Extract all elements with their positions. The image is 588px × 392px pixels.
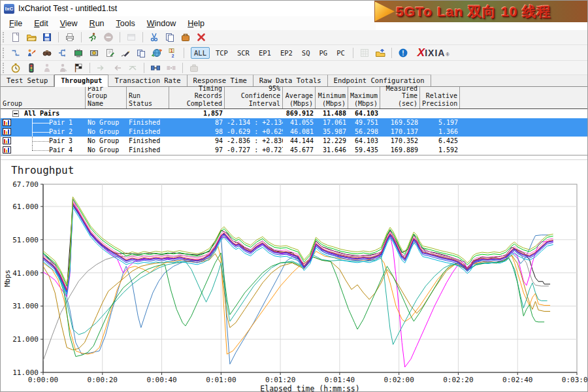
endpoint-pack-icon[interactable] bbox=[178, 31, 193, 44]
filter-sq-button[interactable]: SQ bbox=[299, 47, 314, 59]
svg-text:2: 2 bbox=[172, 53, 174, 57]
table-row-pair-1[interactable]: Pair 1No GroupFinished87-2.134 : +2.1344… bbox=[1, 118, 588, 127]
tree-elbow bbox=[32, 132, 50, 133]
column-header[interactable]: Minimum(Mbps) bbox=[316, 87, 348, 108]
filter-pc-button[interactable]: PC bbox=[333, 47, 348, 59]
app-icon: IxC bbox=[4, 4, 14, 14]
svg-text:0:02:00: 0:02:00 bbox=[384, 376, 414, 384]
console-money-icon[interactable] bbox=[87, 46, 101, 59]
print-icon[interactable] bbox=[63, 31, 77, 44]
tab-throughput[interactable]: Throughput bbox=[54, 74, 108, 87]
edit-script-icon[interactable] bbox=[103, 46, 117, 59]
toolbar-separator bbox=[182, 63, 183, 73]
edit-pair-icon[interactable] bbox=[24, 46, 39, 59]
copy-script-icon[interactable] bbox=[134, 46, 148, 59]
svg-text:0:02:40: 0:02:40 bbox=[502, 376, 532, 384]
column-header[interactable]: Run Status bbox=[127, 87, 169, 108]
column-header[interactable]: MeasuredTime (sec) bbox=[380, 87, 420, 108]
svg-text:0:00:20: 0:00:20 bbox=[88, 376, 118, 384]
checkered-flag-icon[interactable] bbox=[71, 61, 86, 74]
tab-test-setup[interactable]: Test Setup bbox=[1, 74, 54, 86]
sign-pair-icon[interactable] bbox=[118, 46, 133, 59]
table-row-pair-4[interactable]: Pair 4No GroupFinished97-0.727 : +0.7274… bbox=[1, 146, 588, 155]
renumber-pairs-icon[interactable]: 12 bbox=[165, 46, 180, 59]
menu-run[interactable]: Run bbox=[84, 18, 110, 29]
filter-all-button[interactable]: ALL bbox=[191, 47, 210, 59]
link-pairs-icon[interactable] bbox=[148, 61, 163, 74]
table-row-pair-3[interactable]: Pair 3No GroupFinished94-2.836 : +2.8364… bbox=[1, 137, 588, 146]
filter-tcp-button[interactable]: TCP bbox=[212, 47, 231, 59]
watermark-banner: 5GTo Lan 双向 10 线程 bbox=[374, 1, 587, 22]
toolbar-run bbox=[1, 61, 588, 75]
traffic-light-icon[interactable] bbox=[24, 61, 39, 74]
stopwatch-icon[interactable] bbox=[8, 61, 23, 74]
toolbar-separator bbox=[90, 63, 90, 73]
pair-line-goldenrod bbox=[43, 253, 550, 350]
filter-pg-button[interactable]: PG bbox=[316, 47, 331, 59]
column-header[interactable]: RelativePrecision bbox=[420, 87, 460, 108]
open-test-icon[interactable] bbox=[24, 31, 39, 44]
pair-name: Pair 3 bbox=[49, 137, 73, 146]
svg-text:0:00:00: 0:00:00 bbox=[28, 376, 58, 384]
refresh-globe-icon[interactable] bbox=[150, 46, 164, 59]
table-row-pair-2[interactable]: Pair 2No GroupFinished98-0.629 : +0.6294… bbox=[1, 127, 588, 137]
add-pair-icon[interactable] bbox=[8, 46, 23, 59]
view-pair-icon[interactable] bbox=[40, 46, 54, 59]
window-title: IxChariot Test - untitled1.tst bbox=[18, 4, 117, 13]
svg-text:Mbps: Mbps bbox=[3, 270, 12, 287]
pair-name: Pair 1 bbox=[49, 118, 73, 127]
column-header[interactable]: 95% ConfidenceInterval bbox=[225, 87, 283, 108]
tree-elbow bbox=[32, 123, 50, 123]
pair-chart-icon bbox=[3, 119, 11, 126]
toolbar-separator bbox=[353, 48, 353, 58]
toolbar-separator bbox=[81, 32, 82, 42]
filter-ep2-button[interactable]: EP2 bbox=[277, 47, 296, 59]
toolbar-separator bbox=[391, 48, 392, 58]
menu-window[interactable]: Window bbox=[141, 18, 182, 29]
delete-icon[interactable] bbox=[194, 31, 208, 44]
menu-view[interactable]: View bbox=[54, 18, 84, 29]
column-header[interactable]: Timing RecordsCompleted bbox=[169, 87, 225, 108]
tree-elbow bbox=[32, 150, 50, 151]
arrow-b-icon bbox=[110, 61, 124, 74]
group-label: All Pairs bbox=[24, 109, 59, 118]
copy-icon[interactable] bbox=[163, 31, 177, 44]
menu-file[interactable]: File bbox=[3, 18, 28, 29]
stop-test-icon bbox=[101, 31, 116, 44]
table-header: GroupPair GroupNameRun StatusTiming Reco… bbox=[1, 87, 588, 109]
watermark-text: 5GTo Lan 双向 10 线程 bbox=[396, 3, 551, 21]
export-up-icon[interactable] bbox=[373, 46, 387, 59]
pair-line-magenta bbox=[43, 199, 553, 367]
column-header[interactable]: Pair GroupName bbox=[86, 87, 127, 108]
view-tabs: Test SetupThroughputTransaction RateResp… bbox=[1, 75, 588, 87]
cut-icon[interactable] bbox=[147, 31, 161, 44]
new-file-icon[interactable] bbox=[8, 31, 23, 44]
menu-tools[interactable]: Tools bbox=[110, 18, 141, 29]
console-tv-icon[interactable] bbox=[71, 46, 86, 59]
save-test-icon[interactable] bbox=[40, 31, 54, 44]
column-header[interactable]: Average(Mbps) bbox=[283, 87, 316, 108]
window-frame-icon bbox=[124, 31, 139, 44]
toolbar-separator bbox=[144, 63, 144, 73]
unlink-pairs-icon bbox=[164, 61, 178, 74]
pair-filter-buttons: ALLTCPSCREP1EP2SQPGPC bbox=[189, 47, 350, 59]
collapse-toggle-icon[interactable] bbox=[12, 110, 19, 117]
svg-text:0:02:20: 0:02:20 bbox=[443, 376, 473, 384]
toolbar-separator bbox=[142, 32, 143, 42]
svg-text:0:01:00: 0:01:00 bbox=[206, 376, 236, 384]
column-header[interactable] bbox=[460, 87, 588, 108]
filter-scr-button[interactable]: SCR bbox=[234, 47, 253, 59]
menu-edit[interactable]: Edit bbox=[28, 18, 54, 29]
table-row-all-pairs[interactable]: All Pairs1,857869.91211.48864.103 bbox=[1, 109, 588, 118]
run-test-icon[interactable] bbox=[86, 31, 100, 44]
column-header[interactable]: Group bbox=[1, 87, 86, 108]
svg-text:67.700: 67.700 bbox=[12, 180, 39, 189]
menu-help[interactable]: Help bbox=[182, 18, 210, 29]
filter-ep1-button[interactable]: EP1 bbox=[255, 47, 274, 59]
info-icon[interactable]: ! bbox=[396, 46, 410, 59]
column-header[interactable]: Maximum(Mbps) bbox=[348, 87, 380, 108]
watermark-flame-icon bbox=[375, 2, 395, 22]
pair-line-red bbox=[43, 203, 553, 290]
split-topology-icon[interactable] bbox=[56, 46, 70, 59]
person-a-icon bbox=[40, 61, 54, 74]
